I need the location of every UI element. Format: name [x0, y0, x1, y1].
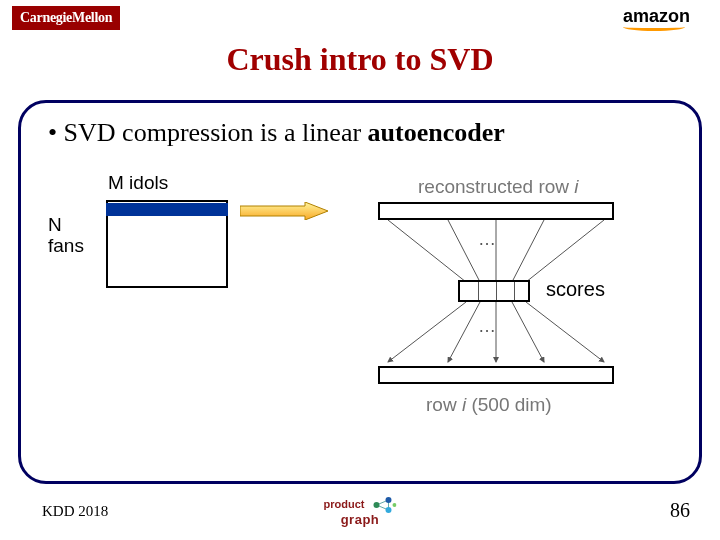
scores-sep-icon: [496, 282, 497, 300]
svg-line-1: [388, 220, 466, 282]
slide-number: 86: [670, 499, 690, 522]
n-label-2: fans: [48, 235, 84, 256]
row-prefix: row: [426, 394, 462, 415]
m-idols-label: M idols: [108, 172, 168, 194]
svg-point-14: [374, 502, 380, 508]
n-label-1: N: [48, 214, 62, 235]
arrow-right-icon: [240, 202, 328, 220]
converge-lines-top-icon: [378, 220, 614, 282]
scores-sep-icon: [478, 282, 479, 300]
svg-line-5: [526, 220, 604, 282]
bullet-text: • SVD compression is a linear autoencode…: [48, 118, 505, 148]
row-i-rect: [378, 366, 614, 384]
svg-point-17: [393, 503, 397, 507]
svg-marker-0: [240, 202, 328, 220]
recon-i: i: [574, 176, 578, 197]
cmu-logo: CarnegieMellon: [12, 6, 120, 30]
reconstructed-row-rect: [378, 202, 614, 220]
reconstructed-label: reconstructed row i: [418, 176, 579, 198]
bullet-bold: autoencoder: [368, 118, 505, 147]
slide-title: Crush intro to SVD: [0, 41, 720, 78]
scores-label: scores: [546, 278, 605, 301]
amazon-logo: amazon: [623, 6, 690, 31]
footer-venue: KDD 2018: [42, 503, 108, 520]
diverge-lines-bottom-icon: [378, 302, 614, 366]
svg-line-4: [512, 220, 544, 282]
product-graph-logo: product graph: [323, 496, 396, 526]
row-i-label: row i (500 dim): [426, 394, 552, 416]
svg-line-7: [448, 302, 480, 362]
ellipsis-top: …: [478, 229, 496, 250]
matrix-highlight-row: [106, 203, 228, 216]
row-suffix: (500 dim): [466, 394, 552, 415]
amazon-text: amazon: [623, 6, 690, 27]
scores-box: [458, 280, 530, 302]
recon-prefix: reconstructed row: [418, 176, 574, 197]
scores-sep-icon: [514, 282, 515, 300]
svg-point-16: [386, 507, 392, 513]
pg-text1: product: [323, 498, 364, 510]
svg-line-9: [512, 302, 544, 362]
pg-text2: graph: [341, 512, 380, 527]
svg-line-6: [388, 302, 466, 362]
svg-line-10: [526, 302, 604, 362]
diagram-area: M idols N fans reconstructed row i … sco…: [48, 172, 672, 460]
svg-point-15: [386, 497, 392, 503]
svg-line-2: [448, 220, 480, 282]
bullet-prefix: • SVD compression is a linear: [48, 118, 368, 147]
n-fans-label: N fans: [48, 215, 84, 257]
